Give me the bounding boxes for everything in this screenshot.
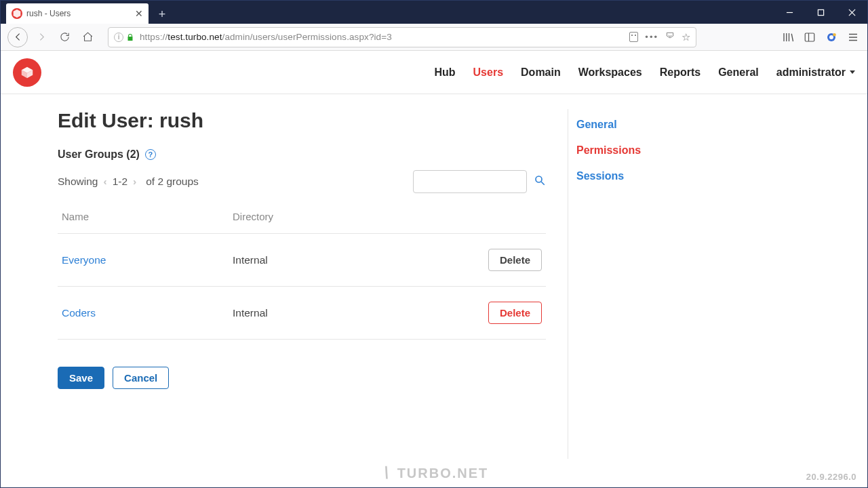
- search-icon[interactable]: [534, 174, 546, 189]
- pager-suffix: of 2 groups: [146, 176, 199, 188]
- directory-cell: Internal: [229, 234, 424, 287]
- pager-prev-icon[interactable]: ‹: [103, 176, 106, 188]
- nav-forward-button: [32, 28, 51, 47]
- svg-point-12: [536, 176, 542, 182]
- svg-rect-4: [805, 33, 814, 41]
- nav-home-button[interactable]: [78, 28, 97, 47]
- nav-back-button[interactable]: [7, 27, 28, 47]
- window-maximize-button[interactable]: [805, 1, 836, 24]
- site-info-icon[interactable]: i: [114, 33, 123, 42]
- search-input[interactable]: [413, 170, 527, 193]
- column-header: Name: [58, 201, 229, 234]
- tab-title: rush - Users: [26, 9, 131, 18]
- footer-version: 20.9.2296.0: [806, 472, 856, 482]
- page: HubUsersDomainWorkspacesReportsGeneralad…: [1, 51, 867, 487]
- table-row: CodersInternalDelete: [58, 287, 546, 340]
- nav-reload-button[interactable]: [55, 28, 74, 47]
- footer: ∖ TURBO.NET 20.9.2296.0: [1, 459, 867, 487]
- pager-range: 1-2: [113, 176, 127, 188]
- column-header: Directory: [229, 201, 424, 234]
- sidebar-icon[interactable]: [804, 31, 816, 43]
- window-close-button[interactable]: [836, 1, 867, 24]
- group-link[interactable]: Everyone: [62, 254, 106, 266]
- svg-point-8: [833, 33, 836, 37]
- nav-item-workspaces[interactable]: Workspaces: [578, 66, 642, 79]
- groups-section-label: User Groups (2) ?: [58, 148, 546, 161]
- nav-item-users[interactable]: Users: [473, 66, 503, 79]
- page-actions-icon[interactable]: •••: [645, 33, 658, 41]
- nav-item-domain[interactable]: Domain: [521, 66, 561, 79]
- save-pocket-icon[interactable]: [665, 30, 675, 43]
- side-nav-item-sessions[interactable]: Sessions: [576, 163, 683, 189]
- toolbar-right: [782, 31, 859, 43]
- chevron-down-icon: [850, 70, 855, 74]
- page-title: Edit User: rush: [58, 109, 546, 132]
- url-bar[interactable]: i https://test.turbo.net/admin/users/use…: [108, 27, 696, 47]
- pager-next-icon[interactable]: ›: [133, 176, 136, 188]
- extension-icon[interactable]: [825, 31, 837, 43]
- top-nav: HubUsersDomainWorkspacesReportsGeneralad…: [1, 51, 867, 94]
- tab-close-icon[interactable]: ✕: [135, 8, 143, 19]
- footer-slash-icon: ∖: [380, 464, 391, 482]
- form-actions: Save Cancel: [58, 367, 546, 389]
- column-header: [424, 201, 546, 234]
- table-row: EveryoneInternalDelete: [58, 234, 546, 287]
- hamburger-menu-icon[interactable]: [847, 31, 859, 43]
- reader-mode-icon[interactable]: [629, 32, 638, 42]
- nav-account-menu[interactable]: administrator: [776, 66, 855, 79]
- footer-brand: TURBO.NET: [397, 466, 489, 481]
- favicon-icon: [12, 8, 22, 19]
- browser-tab[interactable]: rush - Users ✕: [6, 3, 149, 24]
- cancel-button[interactable]: Cancel: [113, 367, 169, 389]
- main-panel: Edit User: rush User Groups (2) ? Showin…: [58, 109, 546, 459]
- browser-titlebar: rush - Users ✕ +: [1, 1, 867, 24]
- window-controls: [774, 1, 867, 24]
- showing-label: Showing: [58, 176, 98, 188]
- nav-item-general[interactable]: General: [718, 66, 759, 79]
- library-icon[interactable]: [782, 31, 794, 43]
- svg-rect-1: [818, 9, 823, 15]
- delete-button[interactable]: Delete: [488, 249, 542, 271]
- browser-toolbar: i https://test.turbo.net/admin/users/use…: [1, 24, 867, 51]
- window-minimize-button[interactable]: [774, 1, 805, 24]
- lock-icon: [126, 33, 134, 42]
- url-text: https://test.turbo.net/admin/users/userP…: [140, 32, 625, 42]
- side-nav-item-permissions[interactable]: Permissions: [576, 138, 683, 163]
- groups-table: NameDirectory EveryoneInternalDeleteCode…: [58, 201, 546, 340]
- pager-row: Showing ‹ 1-2 › of 2 groups: [58, 170, 546, 193]
- nav-item-hub[interactable]: Hub: [434, 66, 455, 79]
- delete-button[interactable]: Delete: [488, 302, 542, 324]
- brand-logo[interactable]: [13, 58, 41, 87]
- tab-strip: rush - Users ✕ +: [1, 1, 172, 24]
- bookmark-star-icon[interactable]: ☆: [682, 31, 690, 43]
- side-nav-item-general[interactable]: General: [576, 112, 683, 138]
- help-icon[interactable]: ?: [145, 149, 156, 160]
- side-nav: GeneralPermissionsSessions: [568, 109, 683, 459]
- nav-item-reports[interactable]: Reports: [660, 66, 701, 79]
- content: Edit User: rush User Groups (2) ? Showin…: [1, 94, 867, 459]
- svg-line-13: [541, 182, 545, 185]
- new-tab-button[interactable]: +: [153, 5, 172, 24]
- svg-point-7: [829, 35, 833, 39]
- save-button[interactable]: Save: [58, 367, 104, 389]
- group-link[interactable]: Coders: [62, 307, 96, 319]
- directory-cell: Internal: [229, 287, 424, 340]
